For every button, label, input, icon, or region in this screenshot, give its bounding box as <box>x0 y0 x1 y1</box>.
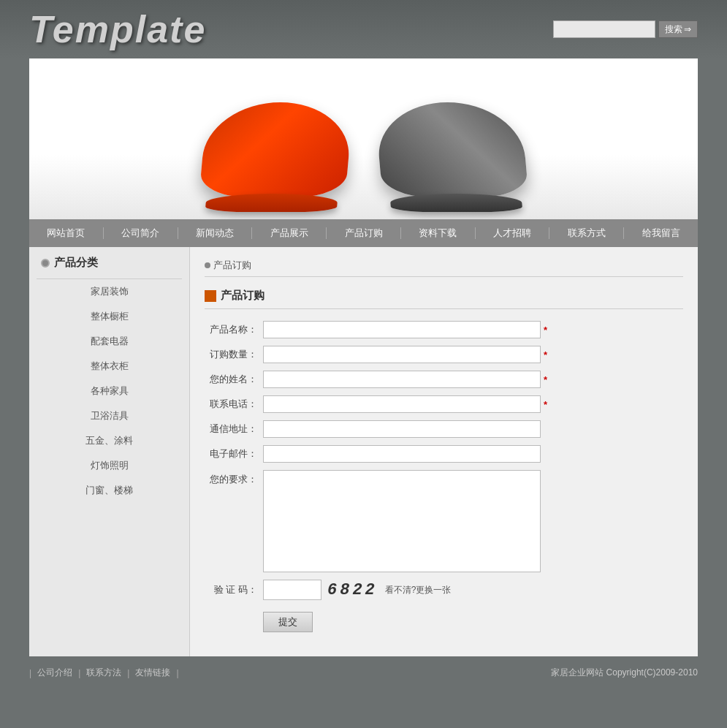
submit-button[interactable]: 提交 <box>263 612 313 632</box>
footer-pipe: | <box>127 668 129 678</box>
sidebar: 产品分类 家居装饰 整体橱柜 配套电器 整体衣柜 各种家具 卫浴洁具 五金、涂料… <box>29 247 190 656</box>
header: Template 搜索 ⇒ <box>0 0 727 58</box>
sidebar-item-hardware[interactable]: 五金、涂料 <box>29 428 189 453</box>
nav-item-products[interactable]: 产品展示 <box>252 219 326 247</box>
breadcrumb-dot-icon <box>205 262 210 268</box>
search-area: 搜索 ⇒ <box>553 20 698 38</box>
input-name[interactable] <box>263 371 541 388</box>
textarea-requirements[interactable] <box>263 470 541 572</box>
chair-red-icon <box>199 102 353 197</box>
form-section-title: 产品订购 <box>205 289 683 309</box>
field-address: 通信地址： <box>205 420 683 438</box>
footer: | 公司介绍 | 联系方法 | 友情链接 | 家居企业网站 Copyright(… <box>0 656 727 689</box>
field-quantity: 订购数量： * <box>205 346 683 363</box>
footer-link-about[interactable]: 公司介绍 <box>37 667 72 679</box>
field-name: 您的姓名： * <box>205 371 683 388</box>
footer-pipe: | <box>29 668 31 678</box>
label-product-name: 产品名称： <box>205 323 263 336</box>
captcha-code: 6822 <box>327 581 378 599</box>
main-content: 产品分类 家居装饰 整体橱柜 配套电器 整体衣柜 各种家具 卫浴洁具 五金、涂料… <box>29 247 698 656</box>
nav-item-about[interactable]: 公司简介 <box>104 219 178 247</box>
required-mark-phone: * <box>544 399 547 410</box>
site-logo: Template <box>29 7 206 51</box>
sidebar-item-bath[interactable]: 卫浴洁具 <box>29 403 189 428</box>
required-mark-product: * <box>544 325 547 335</box>
footer-copyright: 家居企业网站 Copyright(C)2009-2010 <box>551 667 698 679</box>
field-requirements: 您的要求： <box>205 470 683 572</box>
sidebar-item-furniture[interactable]: 各种家具 <box>29 379 189 403</box>
submit-row: 提交 <box>263 612 683 632</box>
nav-item-download[interactable]: 资料下载 <box>401 219 475 247</box>
field-product-name: 产品名称： * <box>205 321 683 338</box>
sidebar-item-appliances[interactable]: 配套电器 <box>29 329 189 354</box>
input-phone[interactable] <box>263 395 541 413</box>
nav-item-news[interactable]: 新闻动态 <box>178 219 252 247</box>
sidebar-item-home-decor[interactable]: 家居装饰 <box>29 279 189 304</box>
sidebar-item-lighting[interactable]: 灯饰照明 <box>29 453 189 478</box>
sidebar-item-cabinet[interactable]: 整体橱柜 <box>29 304 189 329</box>
nav-item-home[interactable]: 网站首页 <box>29 219 103 247</box>
sidebar-item-wardrobe[interactable]: 整体衣柜 <box>29 354 189 379</box>
footer-links: | 公司介绍 | 联系方法 | 友情链接 | <box>29 667 179 679</box>
label-address: 通信地址： <box>205 422 263 436</box>
breadcrumb: 产品订购 <box>205 254 683 277</box>
chair-dark-icon <box>374 102 528 197</box>
input-quantity[interactable] <box>263 346 541 363</box>
footer-link-contact[interactable]: 联系方法 <box>86 667 121 679</box>
captcha-row: 验 证 码： 6822 看不清?更换一张 <box>205 580 683 600</box>
label-quantity: 订购数量： <box>205 348 263 361</box>
footer-link-friends[interactable]: 友情链接 <box>135 667 170 679</box>
footer-pipe: | <box>176 668 178 678</box>
captcha-input[interactable] <box>263 580 321 600</box>
search-button[interactable]: 搜索 ⇒ <box>658 20 698 38</box>
banner-image <box>29 58 698 219</box>
captcha-refresh-link[interactable]: 看不清?更换一张 <box>385 584 452 596</box>
sidebar-item-doors[interactable]: 门窗、楼梯 <box>29 478 189 503</box>
label-phone: 联系电话： <box>205 398 263 411</box>
input-email[interactable] <box>263 445 541 463</box>
input-product-name[interactable] <box>263 321 541 338</box>
form-title-icon <box>205 290 216 302</box>
required-mark-name: * <box>544 374 547 385</box>
label-requirements: 您的要求： <box>205 470 263 572</box>
label-email: 电子邮件： <box>205 447 263 460</box>
field-email: 电子邮件： <box>205 445 683 463</box>
nav-item-jobs[interactable]: 人才招聘 <box>476 219 549 247</box>
field-phone: 联系电话： * <box>205 395 683 413</box>
banner <box>29 58 698 219</box>
content-area: 产品订购 产品订购 产品名称： * 订购数量： * 您的姓名： * 联系电话： … <box>190 247 698 656</box>
label-name: 您的姓名： <box>205 373 263 386</box>
nav-item-order[interactable]: 产品订购 <box>327 219 400 247</box>
sidebar-title: 产品分类 <box>29 247 189 278</box>
footer-pipe: | <box>78 668 80 678</box>
search-arrow-icon: ⇒ <box>684 24 691 34</box>
required-mark-quantity: * <box>544 349 547 360</box>
nav-item-contact[interactable]: 联系方式 <box>549 219 623 247</box>
input-address[interactable] <box>263 420 541 438</box>
captcha-label: 验 证 码： <box>205 583 263 596</box>
main-nav: 网站首页 公司简介 新闻动态 产品展示 产品订购 资料下载 人才招聘 联系方式 … <box>29 219 698 247</box>
sidebar-dot-icon <box>41 259 50 268</box>
nav-item-message[interactable]: 给我留言 <box>624 219 698 247</box>
search-input[interactable] <box>553 20 655 38</box>
